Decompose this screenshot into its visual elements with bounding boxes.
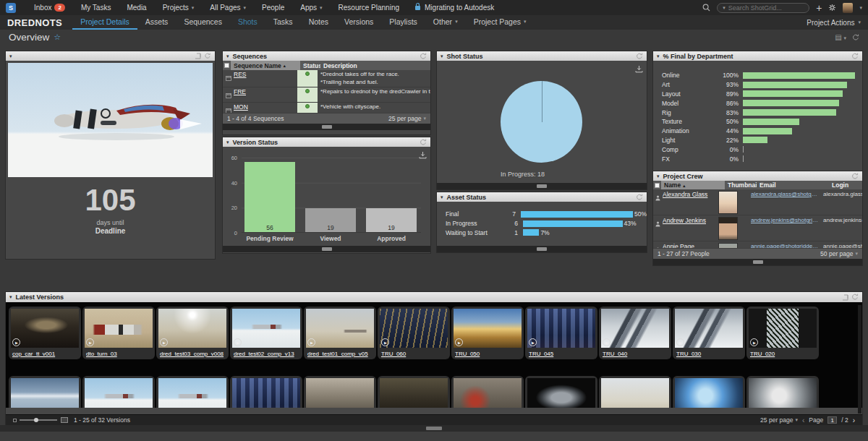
version-link[interactable]: TRU_020: [749, 348, 817, 358]
column-header-status[interactable]: Status: [300, 61, 320, 70]
refresh-icon[interactable]: [420, 139, 427, 146]
version-card[interactable]: ▶dred_test02_comp_v13: [230, 307, 302, 359]
select-all-checkbox[interactable]: [655, 183, 660, 188]
collapse-chevron-icon[interactable]: ▾: [441, 53, 443, 59]
refresh-icon[interactable]: [851, 53, 859, 60]
thumbnail-size-small-icon[interactable]: [13, 419, 17, 422]
play-icon[interactable]: ▶: [455, 338, 463, 346]
per-page-selector[interactable]: 25 per page▾: [388, 115, 426, 122]
tab-sequences[interactable]: Sequences: [176, 15, 230, 30]
column-header-email[interactable]: Email: [757, 181, 829, 189]
bar-approved[interactable]: 19: [366, 208, 417, 232]
tab-other[interactable]: Other▾: [425, 15, 466, 30]
version-card[interactable]: ▶: [451, 376, 524, 408]
plus-icon[interactable]: +: [816, 3, 822, 13]
popout-icon[interactable]: [195, 53, 201, 59]
version-link[interactable]: TRU_030: [675, 348, 743, 358]
version-card[interactable]: ▶: [673, 376, 745, 408]
version-link[interactable]: TRU_040: [601, 348, 669, 358]
refresh-icon[interactable]: [852, 34, 859, 41]
nav-item-people[interactable]: People: [254, 0, 292, 15]
tab-tasks[interactable]: Tasks: [265, 15, 301, 30]
nav-item-media[interactable]: Media: [119, 0, 154, 15]
collapse-chevron-icon[interactable]: ▾: [441, 194, 443, 200]
vertical-scrollbar[interactable]: [858, 305, 861, 414]
collapse-chevron-icon[interactable]: ▾: [657, 53, 660, 59]
play-icon[interactable]: ▶: [234, 338, 242, 346]
refresh-icon[interactable]: [851, 173, 859, 180]
horizontal-scrollbar[interactable]: [223, 246, 430, 252]
play-icon[interactable]: ▶: [750, 338, 758, 346]
next-page-arrow[interactable]: ›: [853, 416, 855, 424]
version-link[interactable]: TRU_050: [454, 348, 522, 358]
version-card[interactable]: ▶: [230, 376, 302, 408]
version-link[interactable]: dred_test03_comp_v008: [158, 348, 226, 358]
refresh-icon[interactable]: [636, 194, 643, 201]
column-header-sequence-name[interactable]: Sequence Name▴: [231, 61, 300, 70]
version-link[interactable]: dto_turn_03: [85, 348, 153, 358]
play-icon[interactable]: ▶: [12, 338, 20, 346]
search-input[interactable]: [728, 4, 804, 12]
version-link[interactable]: TRU_045: [527, 348, 595, 358]
favorite-star-icon[interactable]: ☆: [54, 33, 61, 42]
version-card[interactable]: ▶TRU_030: [673, 307, 745, 359]
person-link[interactable]: Andrew Jenkins: [663, 217, 706, 224]
play-icon[interactable]: ▶: [307, 338, 315, 346]
tab-project-pages[interactable]: Project Pages▾: [466, 15, 535, 30]
nav-item-inbox[interactable]: Inbox2: [26, 0, 73, 15]
scrollbar-thumb[interactable]: [322, 125, 332, 129]
select-all-checkbox[interactable]: [224, 63, 229, 68]
refresh-icon[interactable]: [851, 294, 859, 301]
version-card[interactable]: ▶dto_turn_03: [82, 307, 155, 359]
version-card[interactable]: ▶TRU_020: [746, 307, 819, 359]
sequence-link[interactable]: MON: [234, 103, 248, 111]
column-header-thumbnail[interactable]: Thumbnail: [725, 181, 757, 189]
user-avatar[interactable]: [843, 3, 853, 13]
version-card[interactable]: ▶: [304, 376, 376, 408]
version-card[interactable]: ▶: [82, 376, 155, 408]
refresh-icon[interactable]: [636, 53, 643, 60]
version-link[interactable]: dred_test02_comp_v13: [232, 348, 300, 358]
version-card[interactable]: ▶: [9, 376, 81, 408]
email-link[interactable]: alexandra.glass@shotgriddemo.com: [751, 191, 819, 197]
email-link[interactable]: andrew.jenkins@shotgriddemo.com: [751, 217, 819, 223]
version-card[interactable]: ▶cop_car_tt_v001: [9, 307, 81, 359]
version-link[interactable]: cop_car_tt_v001: [11, 348, 79, 358]
slider-thumb[interactable]: [34, 418, 38, 422]
settings-icon[interactable]: [828, 4, 836, 12]
collapse-chevron-icon[interactable]: ▾: [657, 174, 660, 179]
sequence-link[interactable]: FRE: [234, 88, 246, 95]
version-card[interactable]: ▶dred_test03_comp_v008: [156, 307, 229, 359]
nav-item-my-tasks[interactable]: My Tasks: [73, 0, 119, 15]
tab-versions[interactable]: Versions: [336, 15, 381, 30]
project-name[interactable]: DREDNOTS: [7, 17, 62, 28]
previous-page-arrow[interactable]: ‹: [802, 416, 804, 424]
collapse-chevron-icon[interactable]: ▾: [9, 294, 12, 300]
version-card[interactable]: ▶: [378, 376, 450, 408]
version-card[interactable]: ▶: [156, 376, 229, 408]
thumbnail-size-slider[interactable]: [20, 419, 57, 421]
scrollbar-thumb[interactable]: [322, 247, 332, 251]
version-card[interactable]: ▶TRU_050: [451, 307, 524, 359]
play-icon[interactable]: ▶: [676, 338, 684, 346]
per-page-selector[interactable]: 25 per page▾: [760, 416, 798, 424]
version-card[interactable]: ▶: [525, 376, 597, 408]
collapse-chevron-icon[interactable]: ▾: [9, 53, 12, 59]
version-card[interactable]: ▶dred_test01_comp_v05: [304, 307, 376, 359]
scrollbar-thumb[interactable]: [753, 260, 763, 264]
tab-assets[interactable]: Assets: [137, 15, 176, 30]
tab-shots[interactable]: Shots: [230, 15, 265, 30]
email-link[interactable]: annie.page@shotgriddemo.com: [751, 243, 819, 248]
horizontal-scrollbar[interactable]: [437, 246, 647, 252]
nav-item-resource-planning[interactable]: Resource Planning: [331, 0, 408, 15]
shotgrid-logo[interactable]: S: [6, 3, 16, 13]
collapse-chevron-icon[interactable]: ▾: [226, 140, 229, 145]
scrollbar-thumb[interactable]: [426, 427, 442, 430]
page-horizontal-scrollbar[interactable]: [0, 425, 868, 432]
tab-playlists[interactable]: Playlists: [381, 15, 425, 30]
sequence-link[interactable]: RES: [234, 71, 246, 78]
version-card[interactable]: ▶: [599, 376, 671, 408]
download-icon[interactable]: [635, 63, 643, 76]
person-link[interactable]: Annie Page: [663, 243, 694, 248]
column-header-login[interactable]: Login: [829, 181, 862, 189]
